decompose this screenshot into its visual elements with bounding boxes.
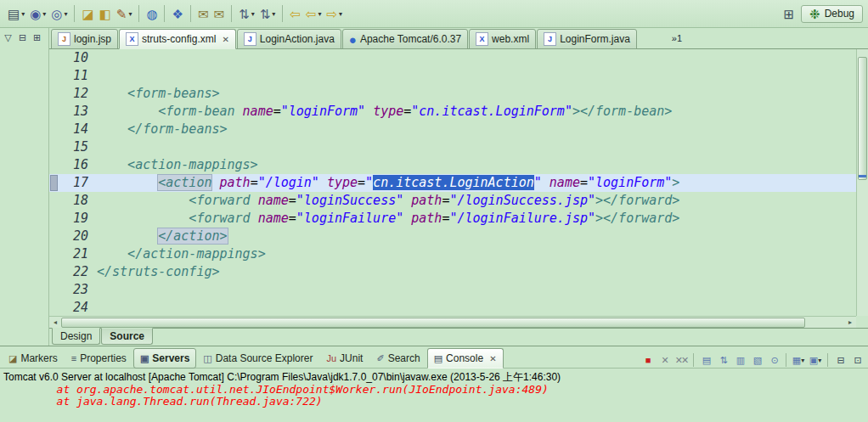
dropdown-caret-icon[interactable]: ▾ xyxy=(339,10,342,18)
web-browser-button[interactable]: ◍ xyxy=(144,3,160,24)
line-content: </form-beans> xyxy=(97,121,868,138)
panel-tab-search[interactable]: ✐Search xyxy=(369,348,426,369)
junit-wand-button[interactable]: ❖ xyxy=(169,3,185,24)
hscroll-thumb[interactable] xyxy=(61,318,805,328)
dropdown-caret-icon[interactable]: ▾ xyxy=(21,10,25,18)
horizontal-scrollbar[interactable] xyxy=(49,316,856,328)
code-line-14[interactable]: 14 </form-beans> xyxy=(49,121,868,138)
code-line-12[interactable]: 12 <form-beans> xyxy=(49,85,868,103)
panel-tab-junit[interactable]: JuJUnit xyxy=(319,348,369,369)
maximize-view-button[interactable]: ⊞ xyxy=(31,31,43,44)
code-line-18[interactable]: 18 <forward name="loginSuccess" path="/l… xyxy=(49,192,868,210)
editor-tab-struts-config-xml[interactable]: Xstruts-config.xml✕ xyxy=(119,29,236,49)
debug-launch-button[interactable]: ◉▾ xyxy=(27,3,48,24)
dropdown-caret-icon[interactable]: ▾ xyxy=(128,10,132,18)
code-line-10[interactable]: 10 xyxy=(49,49,868,67)
code-line-24[interactable]: 24 xyxy=(49,299,868,316)
line-number[interactable]: 20 xyxy=(61,228,97,245)
code-line-16[interactable]: 16 <action-mappings> xyxy=(49,156,868,174)
line-number[interactable]: 24 xyxy=(61,299,97,316)
dropdown-caret-icon[interactable]: ▾ xyxy=(64,10,67,18)
line-number[interactable]: 19 xyxy=(61,210,97,228)
panel-tab-servers[interactable]: ▣Servers xyxy=(133,348,196,369)
vertical-scrollbar[interactable] xyxy=(856,49,868,316)
minimize-panel-button[interactable]: ⊟ xyxy=(832,352,848,368)
tab-label: Search xyxy=(388,352,420,364)
sort-a-button[interactable]: ⇅▾ xyxy=(236,3,257,24)
line-number[interactable]: 22 xyxy=(61,263,97,281)
line-number[interactable]: 23 xyxy=(61,281,97,299)
vscroll-thumb[interactable] xyxy=(858,57,867,179)
panel-tab-console[interactable]: ▤Console✕ xyxy=(427,348,504,369)
debug-perspective-button[interactable]: ❉ Debug xyxy=(801,5,863,23)
run-launch-button[interactable]: ◎▾ xyxy=(48,3,70,24)
mode-tab-design[interactable]: Design xyxy=(52,328,100,345)
editor-tab-loginform-java[interactable]: JLoginForm.java xyxy=(537,29,637,49)
close-tab-icon[interactable]: ✕ xyxy=(489,354,496,363)
open-console-button[interactable]: ▣▾ xyxy=(808,352,823,368)
editor-tab-apache-tomcat-6-0-37[interactable]: ●Apache Tomcat/6.0.37 xyxy=(342,29,468,49)
dropdown-caret-icon[interactable]: ▾ xyxy=(318,10,321,18)
code-line-22[interactable]: 22</struts-config> xyxy=(49,263,868,281)
code-line-19[interactable]: 19 <forward name="loginFailure" path="/l… xyxy=(49,210,868,228)
line-number[interactable]: 17 xyxy=(61,174,97,192)
line-number[interactable]: 18 xyxy=(61,192,97,210)
panel-tab-data-source-explorer[interactable]: ◫Data Source Explorer xyxy=(196,348,319,369)
close-tab-icon[interactable]: ✕ xyxy=(222,35,228,44)
open-folder-button[interactable]: ◪ xyxy=(79,3,96,24)
line-number[interactable]: 14 xyxy=(61,121,97,138)
tab-overflow-chevron[interactable]: »1 xyxy=(672,33,682,43)
code-line-21[interactable]: 21 </action-mappings> xyxy=(49,245,868,263)
show-stdout-button[interactable]: ▥ xyxy=(732,352,747,368)
code-line-15[interactable]: 15 xyxy=(49,138,868,156)
external-tools-button[interactable]: ✎▾ xyxy=(114,3,135,24)
perspective-label: Debug xyxy=(825,8,854,20)
line-number[interactable]: 10 xyxy=(61,49,97,67)
code-line-17[interactable]: 17 <action path="/login" type="cn.itcast… xyxy=(49,174,868,192)
back-nav-button[interactable]: ⇦▾ xyxy=(303,3,324,24)
editor-tab-web-xml[interactable]: Xweb.xml xyxy=(469,29,536,49)
mail-a-button[interactable]: ✉ xyxy=(195,3,211,24)
editor-tab-login-jsp[interactable]: Jlogin.jsp xyxy=(51,29,118,49)
code-line-23[interactable]: 23 xyxy=(49,281,868,299)
editor-tab-loginaction-java[interactable]: JLoginAction.java xyxy=(237,29,341,49)
maximize-panel-button[interactable]: ⊡ xyxy=(849,352,865,368)
restore-view-button[interactable]: ⊟ xyxy=(16,31,29,44)
dropdown-caret-icon[interactable]: ▾ xyxy=(251,10,255,18)
line-number[interactable]: 12 xyxy=(61,85,97,103)
new-wizard-button[interactable]: ▤▾ xyxy=(5,3,27,24)
show-stderr-button[interactable]: ▧ xyxy=(749,352,764,368)
mode-tab-source[interactable]: Source xyxy=(101,328,153,345)
line-number[interactable]: 13 xyxy=(61,103,97,121)
clear-console-button[interactable]: ▤ xyxy=(698,352,713,368)
display-console-button[interactable]: ▦▾ xyxy=(791,352,806,368)
forward-nav-button[interactable]: ⇨▾ xyxy=(324,3,345,24)
code-line-13[interactable]: 13 <form-bean name="loginForm" type="cn.… xyxy=(49,103,868,121)
sort-b-button[interactable]: ⇅▾ xyxy=(257,3,279,24)
mail-b-button[interactable]: ✉ xyxy=(211,3,228,24)
dropdown-caret-icon[interactable]: ▾ xyxy=(272,10,275,18)
scroll-lock-button[interactable]: ⇅ xyxy=(715,352,730,368)
line-number[interactable]: 15 xyxy=(61,138,97,156)
remove-all-launches-button[interactable]: ✕✕ xyxy=(674,352,689,368)
line-number[interactable]: 16 xyxy=(61,156,97,174)
dropdown-caret-icon[interactable]: ▾ xyxy=(42,10,46,18)
panel-tab-properties[interactable]: ≡Properties xyxy=(65,348,133,369)
scroll-right-icon[interactable] xyxy=(844,318,856,326)
last-edit-button[interactable]: ⇦ xyxy=(287,3,303,24)
line-number[interactable]: 11 xyxy=(61,67,97,85)
code-line-20[interactable]: 20 </action> xyxy=(49,228,868,245)
panel-tab-markers[interactable]: ◪Markers xyxy=(2,348,65,369)
view-menu-button[interactable]: ▽ xyxy=(2,31,14,44)
terminate-button[interactable]: ■ xyxy=(640,352,655,368)
dropdown-caret-icon[interactable]: ▾ xyxy=(818,357,821,364)
open-perspective-button[interactable]: ⊞ xyxy=(781,3,797,24)
scroll-left-icon[interactable] xyxy=(49,318,61,326)
import-folder-button[interactable]: ◧ xyxy=(97,3,114,24)
dropdown-caret-icon[interactable]: ▾ xyxy=(801,357,804,364)
code-line-11[interactable]: 11 xyxy=(49,67,868,85)
line-number[interactable]: 21 xyxy=(61,245,97,263)
pin-console-button[interactable]: ⊙ xyxy=(766,352,781,368)
hscroll-track[interactable] xyxy=(61,318,844,328)
remove-launch-button[interactable]: ✕ xyxy=(657,352,672,368)
